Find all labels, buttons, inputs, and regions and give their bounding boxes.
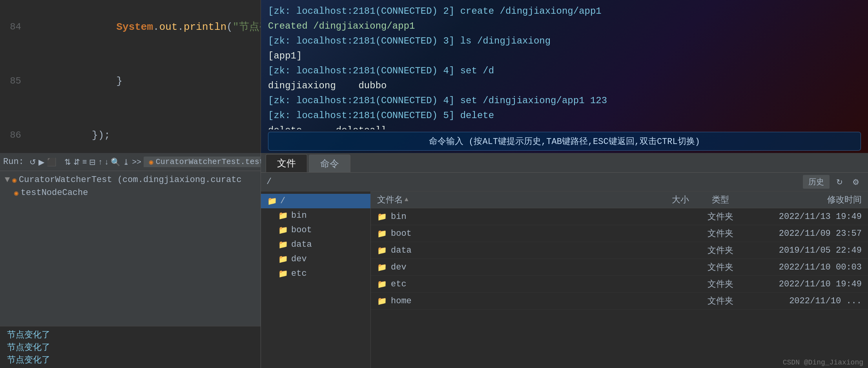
zoom-button[interactable]: 🔍 <box>111 155 120 169</box>
file-name: 📁 dev <box>377 262 642 272</box>
more-button[interactable]: >> <box>132 155 141 169</box>
folder-icon: 📁 <box>278 225 288 235</box>
folder-icon: 📁 <box>267 196 277 206</box>
col-name-header[interactable]: 文件名 ▲ <box>377 194 642 206</box>
line-content: System.out.println("节点变化了"); <box>27 0 261 54</box>
fm-settings-button[interactable]: ⚙ <box>849 175 863 189</box>
code-editor: 84 System.out.println("节点变化了"); 85 } 86 … <box>0 0 261 153</box>
folder-icon: 📁 <box>377 279 387 289</box>
file-mtime: 2022/11/13 19:49 <box>752 212 862 222</box>
file-type: 文件夹 <box>689 211 752 222</box>
export-button[interactable]: ⤓ <box>123 155 129 169</box>
output-line-3: 节点变化了 <box>7 354 253 366</box>
fm-tree-etc[interactable]: 📁 etc <box>261 266 370 281</box>
fm-list-row[interactable]: 📁 data 文件夹 2019/11/05 22:49 <box>371 242 868 259</box>
file-mtime: 2022/11/09 23:57 <box>752 229 862 239</box>
terminal-panel: [zk: localhost:2181(CONNECTED) 2] create… <box>261 0 868 153</box>
code-line-86: 86 }); <box>0 108 261 153</box>
terminal-input-bar[interactable]: 命令输入 (按ALT键提示历史,TAB键路径,ESC键返回,双击CTRL切换) <box>268 132 861 151</box>
file-mtime: 2022/11/10 00:03 <box>752 262 862 272</box>
file-name: 📁 home <box>377 296 642 306</box>
file-name: 📁 bin <box>377 212 642 222</box>
file-mtime: 2022/11/10 ... <box>752 296 862 306</box>
terminal-line: [zk: localhost:2181(CONNECTED) 3] ls /di… <box>268 34 861 49</box>
up-button[interactable]: ↑ <box>98 155 102 169</box>
line-content: }); <box>27 108 261 153</box>
fm-tree-label: / <box>280 196 285 206</box>
run-panel: Run: ↺ ▶ ⬛ ⇅ ⇵ ≡ ⊟ ↑ ↓ 🔍 ⤓ >> ◉ CuratorW… <box>0 153 261 368</box>
test-suite-icon: ◉ <box>12 176 16 184</box>
line-number: 86 <box>0 126 27 144</box>
tree-child-item[interactable]: ◉ testNodeCache <box>0 186 261 199</box>
folder-icon: 📁 <box>278 240 288 250</box>
fm-list-row[interactable]: 📁 boot 文件夹 2022/11/09 23:57 <box>371 225 868 242</box>
terminal-output: [zk: localhost:2181(CONNECTED) 2] create… <box>261 0 868 129</box>
fm-tree-label: data <box>291 240 312 250</box>
fm-tree-label: bin <box>291 211 307 220</box>
file-name: 📁 data <box>377 246 642 255</box>
fm-tree-label: etc <box>291 269 307 279</box>
fm-tab-commands[interactable]: 命令 <box>309 155 350 172</box>
fm-tree-data[interactable]: 📁 data <box>261 237 370 252</box>
down-button[interactable]: ↓ <box>104 155 108 169</box>
output-line-1: 节点变化了 <box>7 329 253 341</box>
test-method-icon: ◉ <box>14 189 18 197</box>
stop-button[interactable]: ⬛ <box>47 155 57 169</box>
code-lines: 84 System.out.println("节点变化了"); 85 } 86 … <box>0 0 261 153</box>
output-line-2: 节点变化了 <box>7 341 253 353</box>
fm-tree: 📁 / 📁 bin 📁 boot 📁 data <box>261 191 371 368</box>
col-mtime-header[interactable]: 修改时间 <box>752 194 862 206</box>
file-name: 📁 etc <box>377 279 642 289</box>
sort-desc-button[interactable]: ⇵ <box>73 155 80 169</box>
fm-tree-dev[interactable]: 📁 dev <box>261 252 370 266</box>
fm-list: 文件名 ▲ 大小 类型 修改时间 � <box>371 191 868 368</box>
file-name: 📁 boot <box>377 229 642 239</box>
filemanager-panel: 文件 命令 / 历史 ↻ ⚙ 📁 / <box>261 153 868 368</box>
terminal-line: [zk: localhost:2181(CONNECTED) 4] set /d <box>268 64 861 78</box>
file-type: 文件夹 <box>689 244 752 256</box>
terminal-line: [zk: localhost:2181(CONNECTED) 4] set /d… <box>268 93 861 108</box>
fm-list-row[interactable]: 📁 home 文件夹 2022/11/10 ... <box>371 293 868 310</box>
fm-list-row[interactable]: 📁 etc 文件夹 2022/11/10 19:49 <box>371 276 868 293</box>
output-panel: 节点变化了 节点变化了 节点变化了 <box>0 326 261 368</box>
col-size-header[interactable]: 大小 <box>642 194 689 206</box>
file-type: 文件夹 <box>689 261 752 273</box>
col-type-header[interactable]: 类型 <box>689 194 752 206</box>
tree-child-label: testNodeCache <box>21 188 88 198</box>
folder-icon: 📁 <box>377 246 387 255</box>
tree-root-item[interactable]: ▼ ◉ CuratorWatcherTest (com.dingjiaxiong… <box>0 173 261 186</box>
folder-icon: 📁 <box>377 212 387 222</box>
align-right-button[interactable]: ⊟ <box>89 155 96 169</box>
fm-list-body: 📁 bin 文件夹 2022/11/13 19:49 📁 boot <box>371 208 868 368</box>
folder-icon: 📁 <box>377 229 387 239</box>
expand-icon: ▼ <box>5 175 10 185</box>
fm-tab-files[interactable]: 文件 <box>266 154 307 172</box>
fm-list-header: 文件名 ▲ 大小 类型 修改时间 <box>371 191 868 208</box>
fm-tree-root[interactable]: 📁 / <box>261 194 370 208</box>
fm-tree-bin[interactable]: 📁 bin <box>261 208 370 223</box>
terminal-line: dingjiaxiong dubbo <box>268 78 861 93</box>
code-line-84: 84 System.out.println("节点变化了"); <box>0 0 261 54</box>
file-type: 文件夹 <box>689 228 752 239</box>
code-line-85: 85 } <box>0 54 261 108</box>
line-content: } <box>27 54 261 108</box>
fm-tabs: 文件 命令 <box>261 153 868 173</box>
fm-list-row[interactable]: 📁 dev 文件夹 2022/11/10 00:03 <box>371 259 868 276</box>
fm-refresh-button[interactable]: ↻ <box>833 175 846 189</box>
rerun-button[interactable]: ↺ <box>29 155 36 169</box>
folder-icon: 📁 <box>278 211 288 220</box>
fm-tree-boot[interactable]: 📁 boot <box>261 223 370 237</box>
folder-icon: 📁 <box>278 269 288 279</box>
folder-icon: 📁 <box>278 254 288 264</box>
terminal-line: [app1] <box>268 49 861 64</box>
terminal-line: [zk: localhost:2181(CONNECTED) 5] delete <box>268 108 861 123</box>
terminal-line: Created /dingjiaxiong/app1 <box>268 19 861 34</box>
run-tree: ▼ ◉ CuratorWatcherTest (com.dingjiaxiong… <box>0 171 261 326</box>
terminal-hint-text: 命令输入 (按ALT键提示历史,TAB键路径,ESC键返回,双击CTRL切换) <box>429 137 700 147</box>
run-header: Run: ↺ ▶ ⬛ ⇅ ⇵ ≡ ⊟ ↑ ↓ 🔍 ⤓ >> ◉ CuratorW… <box>0 153 261 171</box>
run-button[interactable]: ▶ <box>38 155 44 169</box>
sort-asc-button[interactable]: ⇅ <box>64 155 71 169</box>
fm-list-row[interactable]: 📁 bin 文件夹 2022/11/13 19:49 <box>371 208 868 225</box>
align-left-button[interactable]: ≡ <box>82 155 87 169</box>
fm-history-button[interactable]: 历史 <box>803 175 830 189</box>
